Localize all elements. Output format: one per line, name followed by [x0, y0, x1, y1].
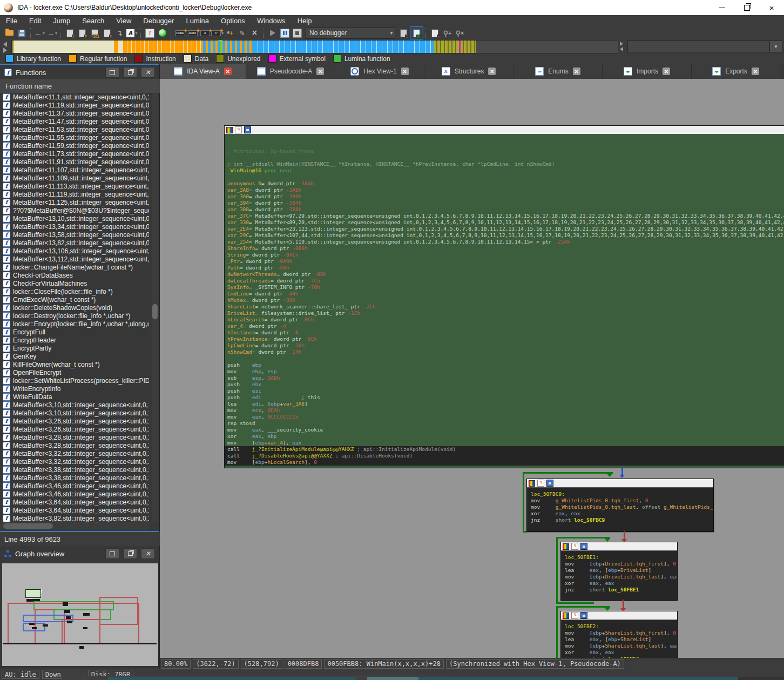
- code-line[interactable]: var_254= MetaBuffer<5,119,std::integer_s…: [227, 239, 784, 245]
- run-g-icon[interactable]: G▸: [410, 26, 423, 39]
- node-frame-icon[interactable]: [580, 543, 587, 550]
- node-edit-icon[interactable]: ✎: [537, 480, 544, 487]
- function-list-item[interactable]: fKillFileOwner(wchar_t const *): [0, 360, 149, 368]
- code-line[interactable]: anonymous_0= dword ptr -384h: [227, 180, 784, 187]
- graph-view-canvas[interactable]: ✎ ; Attributes: bp-based frame ; int __s…: [160, 79, 784, 658]
- function-list-item[interactable]: flocker::CloseFile(locker::file_info *): [0, 287, 149, 295]
- basic-block-node[interactable]: ✎ loc_50FBF2:mov [ebp+ShareList.tqh_firs…: [560, 611, 678, 658]
- function-list-item[interactable]: fMetaBuffer<3,38,std::integer_sequence<u…: [0, 466, 149, 474]
- function-list-item[interactable]: fGenKey: [0, 352, 149, 360]
- basic-block-node[interactable]: ✎ loc_50FBC9:mov g_WhitelistPids_0.tqh_f…: [526, 479, 714, 532]
- code-line[interactable]: hLocalSearch= dword ptr -0Ch: [227, 317, 784, 323]
- close-icon[interactable]: ✕: [663, 68, 670, 75]
- tab-pseudocode-a[interactable]: Pseudocode-A ✕: [246, 64, 335, 79]
- make-unknown-icon[interactable]: *+: [224, 27, 236, 39]
- menu-help[interactable]: Help: [292, 17, 318, 25]
- code-line[interactable]: hPrevInstance= dword ptr 0Ch: [227, 336, 784, 342]
- function-list-item[interactable]: flocker::SetWhiteListProcess(process_kil…: [0, 376, 149, 385]
- function-list-item[interactable]: fMetaBuffer<3,10,std::integer_sequence<u…: [0, 409, 149, 417]
- function-list-item[interactable]: fMetaBuffer<11,73,std::integer_sequence<…: [0, 150, 149, 158]
- function-list-item[interactable]: fMetaBuffer<13,106,std::integer_sequence…: [0, 247, 149, 255]
- text-style-icon[interactable]: A▾: [126, 27, 138, 39]
- code-line[interactable]: mov [ebp+hLocalSearch], 0: [225, 459, 784, 466]
- function-list-item[interactable]: fEncryptFull: [0, 328, 149, 336]
- code-line[interactable]: var_388= dword ptr -388h: [227, 206, 784, 213]
- node-frame-icon[interactable]: [546, 480, 553, 487]
- function-list-item[interactable]: flocker::Destroy(locker::file_info *,uch…: [0, 312, 149, 320]
- menu-jump[interactable]: Jump: [47, 17, 76, 25]
- make-code-icon[interactable]: CODE+: [174, 27, 186, 39]
- function-list-item[interactable]: fEncryptPartly: [0, 344, 149, 352]
- code-line[interactable]: ; Attributes: bp-based frame: [227, 148, 784, 154]
- restore-button[interactable]: [734, 0, 759, 15]
- function-list-item[interactable]: fMetaBuffer<3,32,std::integer_sequence<u…: [0, 449, 149, 457]
- code-line[interactable]: lea eax, [ebp+ShareList]: [565, 636, 677, 643]
- function-list-item[interactable]: fMetaBuffer<11,19,std::integer_sequence<…: [0, 101, 149, 109]
- menu-edit[interactable]: Edit: [23, 17, 47, 25]
- code-line[interactable]: rep stosd: [227, 420, 784, 427]
- winmain-node[interactable]: ✎ ; Attributes: bp-based frame ; int __s…: [224, 125, 784, 468]
- debugger-select[interactable]: No debugger ▼: [306, 28, 395, 39]
- code-line[interactable]: DriveList= filesystem::drive_list_ ptr -…: [227, 310, 784, 317]
- function-list-item[interactable]: fMetaBuffer<13,82,std::integer_sequence<…: [0, 239, 149, 247]
- navigation-band[interactable]: [11, 40, 618, 53]
- function-list-item[interactable]: fMetaBuffer<3,82,std::integer_sequence<u…: [0, 514, 149, 522]
- code-line[interactable]: mov g_WhitelistPids_0.tqh_last, offset g…: [531, 504, 713, 510]
- function-list-item[interactable]: fMetaBuffer<11,55,std::integer_sequence<…: [0, 133, 149, 142]
- close-icon[interactable]: ✕: [573, 68, 580, 75]
- functions-float-button[interactable]: [123, 67, 137, 78]
- function-list-item[interactable]: fMetaBuffer<3,38,std::integer_sequence<u…: [0, 474, 149, 482]
- band-scroll-left-icon[interactable]: [3, 42, 7, 47]
- code-line[interactable]: lpCmdLine= dword ptr 10h: [227, 342, 784, 349]
- minimize-button[interactable]: [709, 0, 734, 15]
- code-line[interactable]: mov [ebp+DriveList.tqh_first], 0: [565, 561, 677, 567]
- search-doc-icon[interactable]: ?: [101, 27, 113, 39]
- save-icon[interactable]: [16, 27, 28, 39]
- function-list-item[interactable]: fMetaBuffer<3,26,std::integer_sequence<u…: [0, 425, 149, 433]
- function-list-item[interactable]: fWriteEncryptInfo: [0, 385, 149, 393]
- function-list-item[interactable]: fOpenFileEncrypt: [0, 368, 149, 376]
- code-line[interactable]: sub esp, 3A8h: [227, 375, 784, 381]
- node-color-icon[interactable]: [529, 480, 535, 487]
- function-list-item[interactable]: fMetaBuffer<3,46,std::integer_sequence<u…: [0, 490, 149, 498]
- code-line[interactable]: lea edi, [ebp+var_3A8]: [227, 401, 784, 407]
- code-line[interactable]: var_3A8= dword ptr -3A8h: [227, 187, 784, 193]
- stop-process-icon[interactable]: [291, 27, 303, 39]
- function-list-item[interactable]: fMetaBuffer<11,37,std::integer_sequence<…: [0, 109, 149, 117]
- code-line[interactable]: mov [ebp+var_4], eax: [227, 440, 784, 446]
- code-line[interactable]: hInstance= dword ptr 8: [227, 329, 784, 336]
- code-line[interactable]: var_3A0= dword ptr -3A0h: [227, 193, 784, 200]
- function-list-item[interactable]: fMetaBuffer<3,46,std::integer_sequence<u…: [0, 482, 149, 490]
- node-color-icon[interactable]: [226, 127, 233, 133]
- function-list-item[interactable]: flocker::Encrypt(locker::file_info *,uch…: [0, 320, 149, 328]
- code-line[interactable]: String= dword ptr -0ACh: [227, 252, 784, 258]
- basic-block-node[interactable]: ✎ loc_50FBE1:mov [ebp+DriveList.tqh_firs…: [560, 542, 678, 601]
- overview-maximize-button[interactable]: [105, 548, 119, 559]
- function-list-item[interactable]: f??0?$MetaBuffer@$0N@$03U?$integer_seque…: [0, 206, 149, 214]
- menu-search[interactable]: Search: [76, 17, 110, 25]
- code-line[interactable]: var_37C= MetaBuffer<97,29,std::integer_s…: [227, 213, 784, 219]
- node-edit-icon[interactable]: ✎: [571, 612, 578, 619]
- functions-close-button[interactable]: ✕: [141, 67, 155, 78]
- key-remove-icon[interactable]: ⚲×: [454, 27, 466, 39]
- key-add-icon[interactable]: ⚲+: [441, 27, 454, 39]
- code-line[interactable]: var_330= MetaBuffer<89,20,std::integer_s…: [227, 219, 784, 226]
- function-list-item[interactable]: fMetaBuffer<3,64,std::integer_sequence<u…: [0, 506, 149, 514]
- menu-windows[interactable]: Windows: [251, 17, 292, 25]
- open-file-icon[interactable]: [3, 27, 16, 39]
- close-icon[interactable]: ✕: [488, 68, 496, 75]
- step-c-icon[interactable]: C: [397, 27, 410, 39]
- code-line[interactable]: jnz short loc_50FBC9: [531, 517, 713, 523]
- code-line[interactable]: mov g_WhitelistPids_0.tqh_first, 0: [531, 497, 713, 504]
- function-list-item[interactable]: fMetaBuffer<11,125,std::integer_sequence…: [0, 198, 149, 206]
- menu-options[interactable]: Options: [215, 17, 251, 25]
- function-list-item[interactable]: fMetaBuffer<11,59,std::integer_sequence<…: [0, 142, 149, 150]
- code-line[interactable]: jnz short loc_50FBE1: [565, 587, 677, 593]
- close-icon[interactable]: ✕: [316, 68, 324, 75]
- breakpoint-list-icon[interactable]: !: [144, 27, 156, 39]
- make-string-icon[interactable]: 's'+▾: [211, 27, 224, 39]
- code-line[interactable]: push esi: [227, 388, 784, 394]
- code-line[interactable]: mov eax, ___security_cookie: [227, 427, 784, 433]
- code-line[interactable]: [227, 355, 784, 362]
- band-next-icon[interactable]: [620, 42, 623, 46]
